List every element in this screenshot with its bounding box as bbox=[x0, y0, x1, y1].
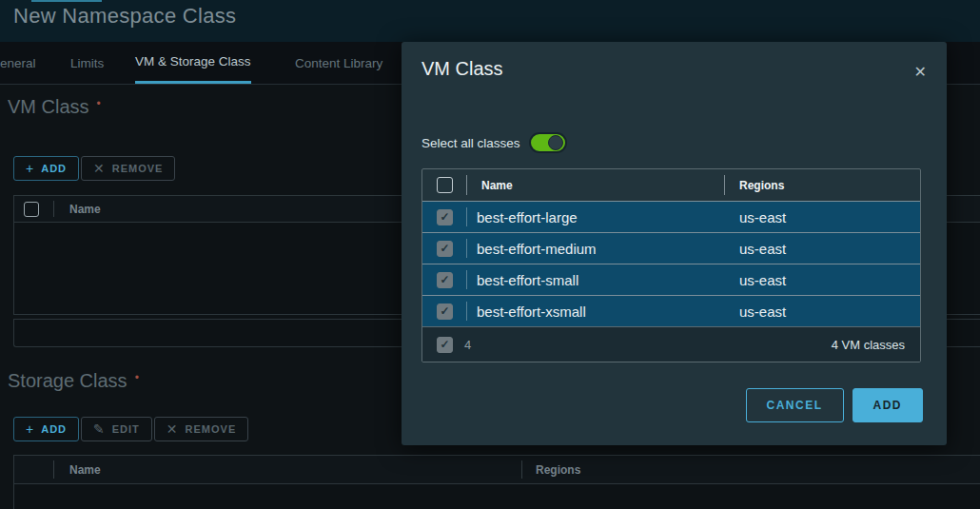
modal-table-header: Name Regions bbox=[422, 169, 920, 201]
table-row[interactable]: ✓ best-effort-medium us-east bbox=[422, 232, 920, 264]
row-name: best-effort-large bbox=[477, 209, 578, 225]
row-name: best-effort-xsmall bbox=[477, 303, 586, 320]
tab-vm-storage-class[interactable]: VM & Storage Class bbox=[135, 42, 251, 84]
storage-remove-button[interactable]: ✕ REMOVE bbox=[154, 417, 248, 441]
vm-table-name-header: Name bbox=[69, 203, 101, 216]
row-regions: us-east bbox=[739, 303, 786, 320]
row-name: best-effort-small bbox=[477, 272, 578, 288]
storage-class-heading: Storage Class• bbox=[8, 370, 139, 392]
toggle-knob bbox=[548, 135, 563, 150]
close-icon[interactable]: ✕ bbox=[914, 65, 927, 80]
plus-icon: + bbox=[26, 421, 34, 437]
modal-table-footer: ✓ 4 4 VM classes bbox=[422, 326, 920, 362]
modal-name-header: Name bbox=[481, 179, 513, 192]
storage-table-empty-body bbox=[13, 484, 980, 509]
vm-remove-button[interactable]: ✕ REMOVE bbox=[81, 156, 175, 181]
row-checkbox[interactable]: ✓ bbox=[437, 241, 453, 257]
table-row[interactable]: ✓ best-effort-small us-east bbox=[422, 264, 920, 295]
plus-icon: + bbox=[26, 161, 34, 176]
vm-table-select-all-checkbox[interactable] bbox=[24, 202, 39, 217]
add-button[interactable]: ADD bbox=[853, 388, 924, 422]
table-row[interactable]: ✓ best-effort-xsmall us-east bbox=[422, 295, 920, 326]
page-title: New Namespace Class bbox=[13, 4, 236, 29]
modal-title: VM Class bbox=[421, 58, 503, 80]
top-accent-line bbox=[31, 0, 102, 2]
tab-content-library[interactable]: Content Library bbox=[295, 42, 382, 84]
footer-checkbox[interactable]: ✓ bbox=[437, 337, 453, 353]
total-vm-classes: 4 VM classes bbox=[832, 338, 905, 352]
storage-class-table: Name Regions bbox=[13, 455, 980, 509]
row-name: best-effort-medium bbox=[477, 241, 597, 257]
row-checkbox[interactable]: ✓ bbox=[437, 272, 453, 288]
modal-regions-header: Regions bbox=[739, 179, 784, 192]
selected-count: 4 bbox=[464, 338, 471, 352]
modal-select-all-checkbox[interactable] bbox=[437, 177, 453, 193]
row-regions: us-east bbox=[739, 209, 786, 225]
x-icon: ✕ bbox=[167, 421, 179, 437]
window-header: New Namespace Class bbox=[0, 0, 980, 42]
tab-general[interactable]: eneral bbox=[0, 42, 36, 84]
modal-vm-class-table: Name Regions ✓ best-effort-large us-east… bbox=[421, 168, 921, 362]
vm-add-button[interactable]: + ADD bbox=[13, 156, 79, 181]
select-all-toggle[interactable] bbox=[529, 132, 567, 153]
row-regions: us-east bbox=[739, 241, 786, 257]
x-icon: ✕ bbox=[93, 161, 106, 176]
pencil-icon: ✎ bbox=[93, 421, 106, 437]
required-asterisk: • bbox=[135, 371, 139, 384]
cancel-button[interactable]: CANCEL bbox=[746, 388, 844, 422]
storage-edit-button[interactable]: ✎ EDIT bbox=[81, 417, 152, 441]
storage-add-button[interactable]: + ADD bbox=[13, 417, 79, 441]
row-regions: us-east bbox=[739, 272, 786, 288]
storage-table-regions-header: Regions bbox=[536, 463, 580, 477]
row-checkbox[interactable]: ✓ bbox=[437, 209, 453, 225]
table-row[interactable]: ✓ best-effort-large us-east bbox=[422, 201, 920, 232]
tab-limits[interactable]: Limits bbox=[70, 42, 104, 84]
vm-class-heading: VM Class• bbox=[8, 96, 101, 118]
required-asterisk: • bbox=[97, 97, 101, 110]
storage-table-name-header: Name bbox=[69, 463, 101, 477]
row-checkbox[interactable]: ✓ bbox=[437, 303, 453, 320]
select-all-label: Select all classes bbox=[421, 136, 520, 150]
vm-class-modal: VM Class ✕ Select all classes Name Regio… bbox=[402, 42, 947, 445]
vsphere-namespace-screen: New Namespace Class eneral Limits VM & S… bbox=[0, 0, 980, 509]
